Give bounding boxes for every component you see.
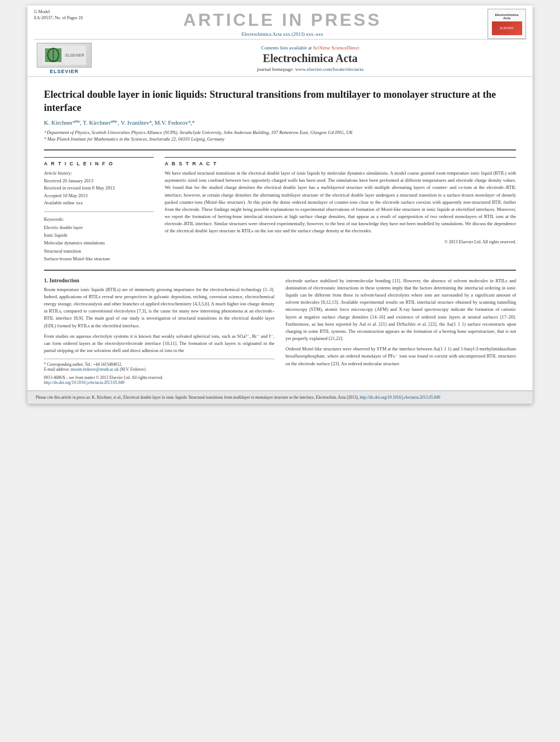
- keyword-5: Surface-frozen Moiré-like structure: [44, 255, 154, 263]
- divider-thick: [44, 149, 516, 150]
- journal-center-info: Contents lists available at SciVerse Sci…: [94, 45, 526, 72]
- abstract-title: A B S T R A C T: [165, 161, 516, 166]
- footer-cite-text: Please cite this article in press as: K.…: [36, 395, 360, 400]
- article-info-column: A R T I C L E I N F O Article history: R…: [44, 157, 154, 263]
- logo-right: Electrochimica Acta ELSEVIER: [482, 9, 526, 39]
- affiliation-b: ᵇ Max Planck Institute for Mathematics i…: [44, 136, 516, 143]
- article-history: Article history: Received 20 January 201…: [44, 170, 154, 207]
- journal-title: Electrochimica Acta: [94, 52, 526, 65]
- journal-homepage: journal homepage: www.elsevier.com/locat…: [94, 66, 526, 72]
- elsevier-logo-left: ELSEVIER ELSEVIER: [34, 43, 94, 74]
- received-revised-date: Received in revised form 8 May 2013: [44, 185, 154, 192]
- copyright-line: © 2013 Elsevier Ltd. All rights reserved…: [165, 239, 516, 244]
- keyword-4: Structural transition: [44, 247, 154, 255]
- journal-header-section: ELSEVIER ELSEVIER Contents lists availab…: [34, 39, 526, 76]
- abstract-column: A B S T R A C T We have studied structur…: [165, 157, 516, 263]
- sciverse-link-anchor[interactable]: SciVerse ScienceDirect: [313, 45, 359, 51]
- doi-link: http://dx.doi.org/10.1016/j.electacta.20…: [44, 380, 275, 385]
- affiliation-a: ᵃ Department of Physics, Scottish Univer…: [44, 129, 516, 136]
- body-right-col: electrode surface stabilised by intermol…: [285, 277, 516, 386]
- footer-bar: Please cite this article in press as: K.…: [27, 390, 533, 404]
- affiliations: ᵃ Department of Physics, Scottish Univer…: [44, 129, 516, 143]
- footnote-email: E-mail address: maxim.fedorov@strath.ac.…: [44, 367, 275, 372]
- body-columns: 1. Introduction Room temperature ionic l…: [44, 277, 516, 386]
- footnote-star: * Corresponding author. Tel.: +44 141548…: [44, 362, 275, 367]
- abstract-box: A B S T R A C T We have studied structur…: [165, 157, 516, 244]
- journal-ref: Electrochimica Acta xxx (2013) xxx–xxx: [83, 31, 482, 37]
- abstract-text: We have studied structural transitions i…: [165, 170, 516, 235]
- page: G Model EA-20537; No. of Pages 10 ARTICL…: [27, 5, 533, 404]
- elsevier-icon: ELSEVIER: [37, 43, 92, 68]
- accepted-date: Accepted 10 May 2013: [44, 192, 154, 200]
- article-title: Electrical double layer in ionic liquids…: [44, 88, 516, 115]
- body-left-para2: From studies on aqueous electrolyte syst…: [44, 333, 275, 355]
- section1-heading: 1. Introduction: [44, 277, 275, 283]
- copyright-notice: 0013-4686/$ – see front matter © 2013 El…: [44, 375, 275, 380]
- body-left-col: 1. Introduction Room temperature ionic l…: [44, 277, 275, 386]
- journal-url[interactable]: www.elsevier.com/locate/electacta: [295, 66, 363, 72]
- keyword-1: Electric double layer: [44, 224, 154, 231]
- gmodel-info: G Model EA-20537; No. of Pages 10: [34, 9, 83, 21]
- divider-keywords: [44, 211, 154, 212]
- elsevier-text: ELSEVIER: [50, 69, 79, 74]
- keyword-2: Ionic liquids: [44, 231, 154, 239]
- svg-text:ELSEVIER: ELSEVIER: [65, 53, 84, 57]
- keywords-title: Keywords:: [44, 215, 154, 223]
- article-info-title: A R T I C L E I N F O: [44, 161, 154, 166]
- body-right-para1: electrode surface stabilised by intermol…: [285, 277, 516, 343]
- email-link[interactable]: maxim.fedorov@strath.ac.uk: [71, 367, 119, 372]
- body-right-para2: Ordered Moiré-like structures were obser…: [285, 345, 516, 367]
- history-label: Article history:: [44, 170, 154, 177]
- sciverse-link: Contents lists available at SciVerse Sci…: [94, 45, 526, 51]
- body-left-para1: Room temperature ionic liquids (RTILs) a…: [44, 286, 275, 330]
- authors: K. Kirchnerᵃʰᵇ, T. Kirchnerᵃʰᵇ, V. Ivani…: [44, 119, 516, 126]
- journal-logo-box: Electrochimica Acta ELSEVIER: [488, 9, 526, 39]
- footer-cite-url[interactable]: http://dx.doi.org/10.1016/j.electacta.20…: [360, 395, 440, 400]
- header-banner: G Model EA-20537; No. of Pages 10 ARTICL…: [27, 5, 533, 77]
- info-abstract-columns: A R T I C L E I N F O Article history: R…: [44, 157, 516, 263]
- footnotes: * Corresponding author. Tel.: +44 141548…: [44, 359, 275, 385]
- available-online: Available online xxx: [44, 199, 154, 207]
- article-in-press-banner: ARTICLE IN PRESS Electrochimica Acta xxx…: [83, 9, 482, 38]
- received-date: Received 20 January 2013: [44, 177, 154, 185]
- article-info-box: A R T I C L E I N F O Article history: R…: [44, 157, 154, 263]
- article-in-press-text: ARTICLE IN PRESS: [83, 10, 482, 30]
- divider-body: [44, 270, 516, 271]
- keyword-3: Molecular dynamics simulations: [44, 239, 154, 247]
- article-content: Electrical double layer in ionic liquids…: [27, 77, 533, 390]
- keywords-section: Keywords: Electric double layer Ionic li…: [44, 215, 154, 263]
